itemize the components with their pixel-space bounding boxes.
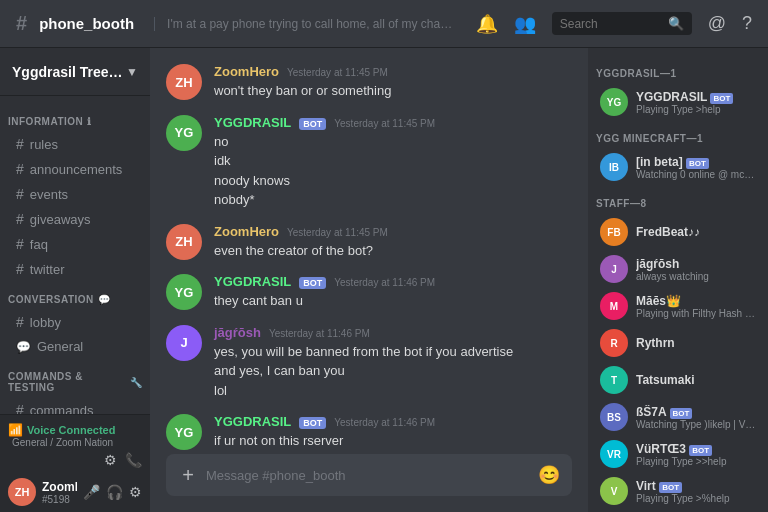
search-input[interactable] [560, 17, 664, 31]
channel-name: phone_booth [39, 15, 134, 32]
avatar: R [600, 329, 628, 357]
help-icon[interactable]: ? [742, 13, 752, 34]
message-time: Yesterday at 11:46 PM [334, 277, 435, 288]
member-info: YGGDRASIL BOT Playing Type >help [636, 90, 756, 115]
messages-list: ZH ZoomHero Yesterday at 11:45 PM won't … [150, 48, 588, 454]
at-icon[interactable]: @ [708, 13, 726, 34]
message-author: ZoomHero [214, 224, 279, 239]
message-time: Yesterday at 11:45 PM [287, 67, 388, 78]
message-time: Yesterday at 11:46 PM [334, 417, 435, 428]
message-group: ZH ZoomHero Yesterday at 11:45 PM even t… [166, 224, 572, 261]
channel-lobby[interactable]: #lobby [4, 310, 146, 334]
member-name: Tatsumaki [636, 373, 756, 387]
channel-topic: I'm at a pay phone trying to call home, … [154, 17, 454, 31]
voice-bar: 📶 Voice Connected General / Zoom Nation … [0, 414, 150, 472]
wrench-icon: 🔧 [130, 377, 143, 388]
message-header: jāgŕōsh Yesterday at 11:46 PM [214, 325, 572, 340]
avatar: J [600, 255, 628, 283]
server-name: Yggdrasil Treehouse [12, 64, 126, 80]
member-name: VüRTŒ3 BOT [636, 442, 756, 456]
message-input-container: + 😊 [166, 454, 572, 496]
mic-icon[interactable]: 🎤 [83, 484, 100, 500]
server-header[interactable]: Yggdrasil Treehouse ▼ [0, 48, 150, 96]
settings-icon[interactable]: ⚙ [104, 452, 117, 468]
chat-area: ZH ZoomHero Yesterday at 11:45 PM won't … [150, 48, 588, 512]
channel-announcements[interactable]: #announcements [4, 157, 146, 181]
channel-rules[interactable]: #rules [4, 132, 146, 156]
user-settings-icon[interactable]: ⚙ [129, 484, 142, 500]
headphones-icon[interactable]: 🎧 [106, 484, 123, 500]
emoji-button[interactable]: 😊 [538, 464, 560, 486]
message-text: yes, you will be banned from the bot if … [214, 342, 572, 401]
member-info: Rythrn [636, 336, 756, 350]
member-item[interactable]: T Tatsumaki [592, 362, 764, 398]
message-group: YG YGGDRASIL BOT Yesterday at 11:46 PM t… [166, 274, 572, 311]
member-name: Māēs👑 [636, 294, 756, 308]
member-status: Playing Type >>help [636, 456, 756, 467]
member-name: YGGDRASIL BOT [636, 90, 756, 104]
message-content: ZoomHero Yesterday at 11:45 PM won't the… [214, 64, 572, 101]
member-item[interactable]: IB [in beta] BOT Watching 0 online @ mc.… [592, 149, 764, 185]
message-group: YG YGGDRASIL BOT Yesterday at 11:45 PM n… [166, 115, 572, 210]
bot-badge: BOT [299, 277, 326, 289]
section-commands: COMMANDS & TESTING 🔧 [0, 359, 150, 397]
message-content: YGGDRASIL BOT Yesterday at 11:45 PM no i… [214, 115, 572, 210]
avatar: YG [166, 274, 202, 310]
member-item[interactable]: VR VüRTŒ3 BOT Playing Type >>help [592, 436, 764, 472]
message-input[interactable] [206, 468, 530, 483]
member-name: ßŜ7A BOT [636, 405, 756, 419]
message-text: even the creator of the bot? [214, 241, 572, 261]
avatar: V [600, 477, 628, 505]
members-icon[interactable]: 👥 [514, 13, 536, 35]
member-item[interactable]: FB FredBeat♪♪ [592, 214, 764, 250]
message-group: J jāgŕōsh Yesterday at 11:46 PM yes, you… [166, 325, 572, 401]
member-name: jāgŕōsh [636, 257, 756, 271]
message-text: won't they ban or or something [214, 81, 572, 101]
member-info: Māēs👑 Playing with Filthy Hash Bro... [636, 294, 756, 319]
message-author: YGGDRASIL [214, 115, 291, 130]
avatar: FB [600, 218, 628, 246]
section-conversation: CONVERSATION 💬 [0, 282, 150, 309]
message-content: jāgŕōsh Yesterday at 11:46 PM yes, you w… [214, 325, 572, 401]
user-panel-name: ZoomHero [42, 480, 77, 494]
member-info: Tatsumaki [636, 373, 756, 387]
message-header: YGGDRASIL BOT Yesterday at 11:46 PM [214, 274, 572, 289]
member-info: Virt BOT Playing Type >%help [636, 479, 756, 504]
channel-giveaways[interactable]: #giveaways [4, 207, 146, 231]
phone-icon[interactable]: 📞 [125, 452, 142, 468]
member-item[interactable]: J jāgŕōsh always watching [592, 251, 764, 287]
search-icon: 🔍 [668, 16, 684, 31]
channel-events[interactable]: #events [4, 182, 146, 206]
member-item[interactable]: R Rythrn [592, 325, 764, 361]
avatar: BS [600, 403, 628, 431]
member-item[interactable]: V Virt BOT Playing Type >%help [592, 473, 764, 509]
message-author: YGGDRASIL [214, 274, 291, 289]
member-item[interactable]: M Māēs👑 Playing with Filthy Hash Bro... [592, 288, 764, 324]
chevron-down-icon: ▼ [126, 65, 138, 79]
member-name: Rythrn [636, 336, 756, 350]
message-header: YGGDRASIL BOT Yesterday at 11:45 PM [214, 115, 572, 130]
message-text: they cant ban u [214, 291, 572, 311]
section-conversation-label: CONVERSATION [8, 294, 94, 305]
member-item[interactable]: YG YGGDRASIL BOT Playing Type >help [592, 84, 764, 120]
main-layout: Yggdrasil Treehouse ▼ INFORMATION ℹ #rul… [0, 48, 768, 512]
channel-faq[interactable]: #faq [4, 232, 146, 256]
attach-button[interactable]: + [178, 465, 198, 485]
channel-general-voice[interactable]: 💬General [4, 335, 146, 358]
user-panel-tag: #5198 [42, 494, 77, 505]
sidebar-right: YGGDRASIL—1 YG YGGDRASIL BOT Playing Typ… [588, 48, 768, 512]
bell-icon[interactable]: 🔔 [476, 13, 498, 35]
member-item[interactable]: BS ßŜ7A BOT Watching Type )likelp | Virt… [592, 399, 764, 435]
member-status: Playing with Filthy Hash Bro... [636, 308, 756, 319]
member-status: always watching [636, 271, 756, 282]
search-box[interactable]: 🔍 [552, 12, 692, 35]
channel-twitter[interactable]: #twitter [4, 257, 146, 281]
input-bar: + 😊 [150, 454, 588, 512]
avatar: YG [166, 414, 202, 450]
member-info: [in beta] BOT Watching 0 online @ mc.ygg… [636, 155, 756, 180]
message-group: ZH ZoomHero Yesterday at 11:45 PM won't … [166, 64, 572, 101]
bot-badge: BOT [299, 417, 326, 429]
message-author: jāgŕōsh [214, 325, 261, 340]
channel-commands[interactable]: #commands [4, 398, 146, 414]
user-panel: ZH ZoomHero #5198 🎤 🎧 ⚙ [0, 472, 150, 512]
